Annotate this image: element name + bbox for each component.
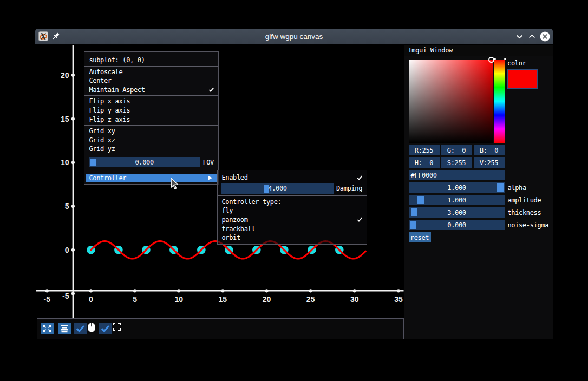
menu-item-flip-y-axis[interactable]: Flip y axis: [84, 106, 218, 115]
menu-item-center[interactable]: Center: [84, 76, 218, 86]
menu-item-enabled[interactable]: Enabled: [218, 173, 367, 182]
slider-grab[interactable]: [417, 196, 424, 204]
menu-item-fly[interactable]: fly: [218, 206, 367, 215]
slider-value: 1.000: [447, 196, 466, 204]
menu-separator: [84, 170, 218, 170]
toolbar-fullscreen-button[interactable]: [113, 323, 121, 334]
slider-grab[interactable]: [90, 159, 96, 167]
hue-arrow-left-icon: [494, 58, 496, 60]
y-tick-dot: [71, 205, 75, 208]
slider-grab[interactable]: [411, 208, 418, 216]
slider-label: Damping: [336, 185, 362, 192]
slider-grab[interactable]: [497, 183, 504, 192]
y-tick-dot: [71, 292, 75, 295]
menu-item-controller-type-[interactable]: Controller type:: [218, 197, 367, 206]
menu-separator: [84, 66, 218, 67]
menu-separator: [84, 155, 218, 155]
y-tick-label: -5: [62, 292, 69, 300]
panel-slider-row: 3.000thickness: [409, 207, 550, 218]
hue-bar[interactable]: [494, 60, 505, 143]
x-tick-label: 5: [133, 295, 137, 304]
menu-item-orbit[interactable]: orbit: [218, 233, 367, 242]
x-tick-dot: [265, 289, 268, 292]
alpha-slider[interactable]: 1.000: [409, 182, 505, 193]
x-tick-label: 0: [89, 295, 93, 304]
menu-item-maintain-aspect[interactable]: Maintain Aspect: [84, 86, 218, 95]
drag-field-v[interactable]: V:255: [474, 157, 505, 168]
hsv-fields: H: 0S:255V:255: [409, 157, 550, 168]
menu-item-panzoom[interactable]: panzoom: [218, 215, 367, 225]
y-tick-dot: [71, 248, 75, 252]
submenu-arrow-icon: [207, 175, 213, 181]
mouse-cursor: [171, 178, 182, 192]
toolbar-center-button[interactable]: [58, 323, 71, 334]
toolbar-controller-mouse-button[interactable]: [88, 323, 95, 334]
x-tick-label: 35: [394, 295, 403, 304]
hex-input[interactable]: #FF0000: [409, 170, 505, 180]
toolbar-panzoom-toggle-button[interactable]: [74, 323, 87, 334]
checkmark-icon: [357, 175, 363, 181]
drag-field-s[interactable]: S:255: [441, 157, 472, 168]
Damping-slider[interactable]: 4.000: [221, 183, 334, 194]
y-tick-dot: [71, 117, 75, 120]
checkmark-icon: [208, 87, 214, 93]
controller-submenu: Enabled4.000DampingController type:flypa…: [217, 170, 367, 245]
hex-field-row: #FF0000: [409, 170, 550, 180]
menu-slider-row: 0.000FOV: [84, 157, 218, 168]
x-tick-dot: [353, 289, 356, 292]
y-tick-label: 0: [65, 246, 69, 254]
amplitude-slider[interactable]: 1.000: [409, 195, 505, 205]
imgui-window-title: Imgui Window: [408, 47, 453, 54]
slider-label: thickness: [508, 209, 541, 216]
hue-arrow-right-icon: [504, 58, 506, 60]
menu-item-grid-yz[interactable]: Grid yz: [84, 144, 218, 154]
menu-item-autoscale[interactable]: Autoscale: [84, 67, 218, 76]
drag-field-h[interactable]: H: 0: [409, 157, 440, 168]
slider-label: alpha: [508, 184, 526, 192]
noise-sigma-slider[interactable]: 0.000: [409, 220, 505, 230]
x-tick-dot: [397, 289, 400, 292]
panel-slider-row: 1.000alpha: [409, 182, 550, 193]
saturation-value-square[interactable]: [409, 60, 493, 143]
x-tick-dot: [221, 289, 224, 292]
x-tick-dot: [89, 289, 93, 292]
menu-slider-row: 4.000Damping: [218, 183, 367, 194]
x-tick-label: 10: [174, 295, 183, 304]
sv-cursor-circle[interactable]: [488, 57, 494, 63]
toolbar-autoscale-button[interactable]: [41, 323, 54, 334]
x-tick-label: -5: [44, 295, 51, 304]
color-swatch[interactable]: [507, 69, 538, 89]
menu-item-flip-z-axis[interactable]: Flip z axis: [84, 115, 218, 124]
menu-separator: [218, 195, 367, 196]
y-tick-label: 15: [61, 115, 69, 123]
drag-field-b[interactable]: B: 0: [474, 145, 505, 155]
y-tick-label: 10: [61, 158, 69, 167]
imgui-window: Imgui Window color R:255G: 0B: 0H: 0S:25…: [404, 45, 553, 339]
reset-button[interactable]: reset: [409, 232, 431, 242]
thickness-slider[interactable]: 3.000: [409, 207, 505, 218]
rgb-fields: R:255G: 0B: 0: [409, 145, 550, 155]
slider-value: 4.000: [268, 185, 286, 192]
menu-item-grid-xy[interactable]: Grid xy: [84, 127, 218, 136]
slider-grab[interactable]: [410, 221, 417, 229]
slider-label: amplitude: [508, 196, 541, 204]
y-tick-label: 20: [61, 71, 69, 80]
x-tick-label: 20: [263, 295, 271, 304]
y-tick-dot: [71, 74, 75, 77]
x-tick-dot: [133, 289, 136, 292]
menu-item-trackball[interactable]: trackball: [218, 224, 367, 233]
checkmark-icon: [357, 216, 363, 222]
toolbar-maintain-aspect-toggle-button[interactable]: [99, 323, 112, 334]
menu-separator: [84, 95, 218, 96]
imgui-window-titlebar[interactable]: Imgui Window: [404, 45, 553, 56]
x-tick-label: 25: [306, 295, 315, 304]
drag-field-g[interactable]: G: 0: [441, 145, 472, 155]
menu-item-flip-x-axis[interactable]: Flip x axis: [84, 97, 218, 106]
menu-item-controller[interactable]: Controller: [86, 174, 217, 182]
drag-field-r[interactable]: R:255: [409, 145, 440, 155]
menu-item-grid-xz[interactable]: Grid xz: [84, 135, 218, 144]
panel-slider-row: 0.000noise-sigma: [409, 220, 550, 230]
x-tick-dot: [45, 289, 49, 292]
FOV-slider[interactable]: 0.000: [89, 157, 200, 168]
y-tick-dot: [71, 161, 75, 164]
